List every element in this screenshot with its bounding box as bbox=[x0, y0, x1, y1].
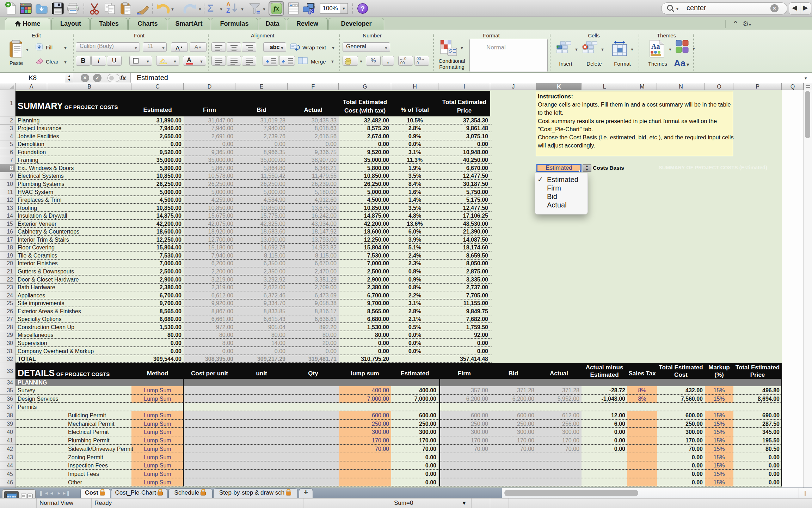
svg-text:Aa: Aa bbox=[651, 42, 660, 50]
